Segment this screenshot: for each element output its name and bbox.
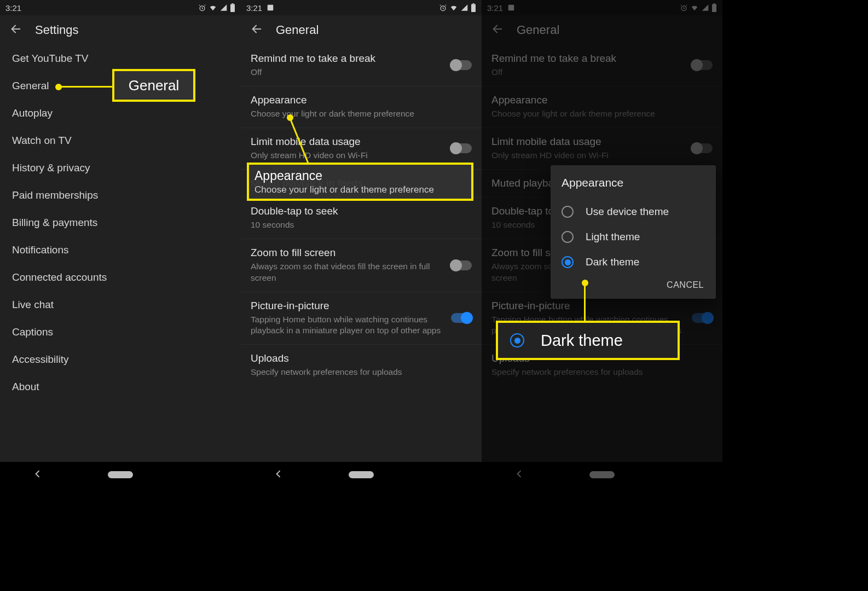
list-item[interactable]: Get YouTube TV <box>0 45 241 72</box>
nav-back-icon[interactable] <box>514 468 525 482</box>
signal-icon <box>701 4 709 11</box>
page-title: General <box>276 23 319 37</box>
row-title: Remind me to take a break <box>251 53 444 65</box>
svg-rect-5 <box>471 4 476 12</box>
phone-appearance-dialog: 3:21 General Remind me to take a breakOf… <box>482 0 722 488</box>
page-title: Settings <box>35 23 79 37</box>
signal-icon <box>219 4 228 11</box>
toggle-switch[interactable] <box>451 313 472 323</box>
nav-home-pill[interactable] <box>589 471 615 478</box>
app-bar: Settings <box>0 15 241 45</box>
wifi-icon <box>690 4 699 11</box>
list-item[interactable]: Autoplay <box>0 100 241 127</box>
row-sub: Tapping Home button while watching conti… <box>491 314 685 337</box>
svg-rect-9 <box>712 4 716 12</box>
toggle-switch[interactable] <box>451 260 472 270</box>
toggle-switch[interactable] <box>451 60 472 70</box>
alarm-icon <box>198 4 206 12</box>
svg-rect-2 <box>232 3 233 4</box>
row-appearance: Appearance Choose your light or dark the… <box>482 86 722 128</box>
row-remind-break[interactable]: Remind me to take a breakOff <box>241 45 482 86</box>
option-light-theme[interactable]: Light theme <box>562 224 711 250</box>
row-zoom-fill[interactable]: Zoom to fill screenAlways zoom so that v… <box>241 239 482 292</box>
status-icons <box>680 3 717 12</box>
option-dark-theme[interactable]: Dark theme <box>562 250 711 275</box>
row-appearance[interactable]: Appearance Choose your light or dark the… <box>241 86 482 128</box>
list-item[interactable]: Accessibility <box>0 346 241 373</box>
image-icon <box>507 4 515 11</box>
list-item[interactable]: Captions <box>0 318 241 346</box>
appearance-dialog: Appearance Use device theme Light theme … <box>551 165 716 299</box>
row-sub: Only stream HD video on Wi-Fi <box>491 150 685 161</box>
row-uploads[interactable]: Uploads Specify network preferences for … <box>241 344 482 386</box>
radio-icon <box>562 231 574 243</box>
list-item[interactable]: Live chat <box>0 291 241 318</box>
settings-list: Get YouTube TV General Autoplay Watch on… <box>0 45 241 401</box>
row-title: Muted playback in feeds <box>251 177 472 189</box>
row-limit-data[interactable]: Limit mobile data usageOnly stream HD vi… <box>241 128 482 169</box>
wifi-icon <box>209 4 217 11</box>
back-arrow-icon[interactable] <box>10 23 22 37</box>
row-double-tap[interactable]: Double-tap to seek 10 seconds <box>241 197 482 239</box>
android-nav-bar <box>482 462 722 488</box>
row-title: Picture-in-picture <box>491 300 685 312</box>
back-arrow-icon[interactable] <box>491 23 504 37</box>
list-item[interactable]: Watch on TV <box>0 127 241 154</box>
option-label: Light theme <box>586 231 640 243</box>
svg-rect-3 <box>268 5 274 11</box>
list-item[interactable]: History & privacy <box>0 154 241 182</box>
list-item-general[interactable]: General <box>0 72 241 100</box>
row-muted-playback[interactable]: Muted playback in feeds <box>241 169 482 197</box>
phone-settings: 3:21 Settings Get YouTube TV General Aut… <box>0 0 241 488</box>
row-sub: Specify network preferences for uploads <box>491 367 713 378</box>
option-device-theme[interactable]: Use device theme <box>562 199 711 224</box>
row-sub: 10 seconds <box>251 219 472 231</box>
android-nav-bar <box>241 462 482 488</box>
list-item[interactable]: Connected accounts <box>0 264 241 291</box>
row-pip[interactable]: Picture-in-pictureTapping Home button wh… <box>241 292 482 345</box>
row-title: Appearance <box>491 94 713 106</box>
row-sub: Always zoom so that videos fill the scre… <box>251 261 444 284</box>
row-sub: Off <box>491 67 685 78</box>
list-item[interactable]: About <box>0 373 241 401</box>
row-title: Uploads <box>251 352 472 364</box>
list-item[interactable]: Billing & payments <box>0 209 241 236</box>
battery-icon <box>230 3 235 12</box>
svg-rect-6 <box>472 3 474 4</box>
dialog-actions: CANCEL <box>562 275 711 293</box>
app-bar: General <box>482 15 722 45</box>
alarm-icon <box>680 4 688 12</box>
image-icon <box>267 4 274 11</box>
toggle-switch <box>692 143 713 153</box>
row-title: Remind me to take a break <box>491 53 685 65</box>
status-time: 3:21 <box>5 3 21 13</box>
nav-back-icon[interactable] <box>273 468 284 482</box>
status-bar: 3:21 <box>241 0 482 15</box>
cancel-button[interactable]: CANCEL <box>667 280 704 290</box>
status-icons <box>198 3 235 12</box>
nav-home-pill[interactable] <box>108 471 133 478</box>
nav-back-icon[interactable] <box>32 468 43 482</box>
row-sub: Choose your light or dark theme preferen… <box>251 108 472 120</box>
row-title: Picture-in-picture <box>251 300 444 312</box>
option-label: Use device theme <box>586 206 669 218</box>
row-remind-break: Remind me to take a breakOff <box>482 45 722 86</box>
toggle-switch <box>692 60 713 70</box>
row-limit-data: Limit mobile data usageOnly stream HD vi… <box>482 128 722 169</box>
list-item[interactable]: Notifications <box>0 236 241 264</box>
row-title: Double-tap to seek <box>251 205 472 217</box>
phone-general: 3:21 General Remind me to take a breakOf… <box>241 0 482 488</box>
radio-icon-selected <box>562 256 574 268</box>
back-arrow-icon[interactable] <box>251 23 263 37</box>
toggle-switch[interactable] <box>451 143 472 153</box>
status-bar: 3:21 <box>482 0 722 15</box>
row-pip: Picture-in-pictureTapping Home button wh… <box>482 292 722 345</box>
signal-icon <box>460 4 468 11</box>
alarm-icon <box>439 4 447 12</box>
row-title: Appearance <box>251 94 472 106</box>
list-item[interactable]: Paid memberships <box>0 182 241 209</box>
nav-home-pill[interactable] <box>349 471 374 478</box>
row-uploads: Uploads Specify network preferences for … <box>482 344 722 386</box>
toggle-switch <box>692 313 713 323</box>
option-label: Dark theme <box>586 256 639 268</box>
